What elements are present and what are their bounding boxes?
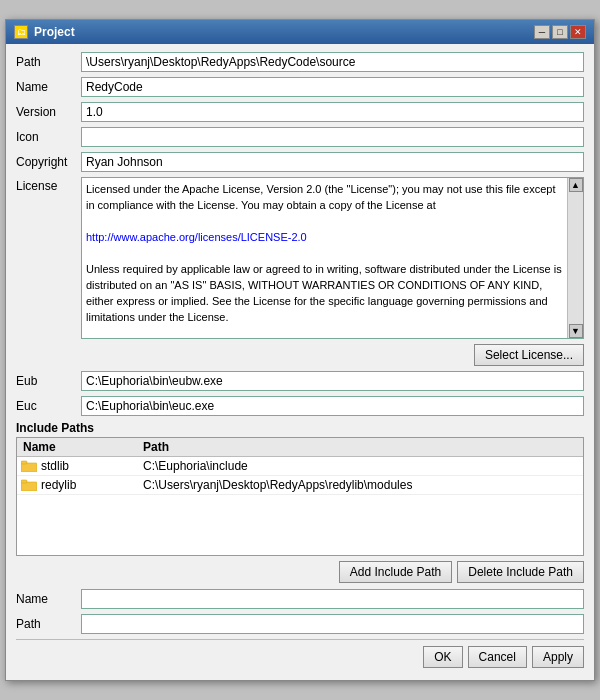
apply-button[interactable]: Apply <box>532 646 584 668</box>
svg-rect-1 <box>21 461 27 464</box>
path-value-1: C:\Euphoria\include <box>139 459 583 473</box>
bottom-path-label: Path <box>16 617 81 631</box>
path-label: Path <box>16 55 81 69</box>
include-paths-table: Name Path stdlib C:\Euphoria\include <box>16 437 584 556</box>
license-scrollbar[interactable]: ▲ ▼ <box>567 178 583 338</box>
dialog-buttons-row: OK Cancel Apply <box>16 639 584 672</box>
include-paths-title: Include Paths <box>16 421 584 435</box>
version-label: Version <box>16 105 81 119</box>
path-name-1: stdlib <box>39 459 139 473</box>
path-name-2: redylib <box>39 478 139 492</box>
window-icon: 🗂 <box>14 25 28 39</box>
license-area: License Licensed under the Apache Licens… <box>16 177 584 339</box>
minimize-button[interactable]: ─ <box>534 25 550 39</box>
license-label: License <box>16 177 81 339</box>
close-button[interactable]: ✕ <box>570 25 586 39</box>
table-row[interactable]: stdlib C:\Euphoria\include <box>17 457 583 476</box>
path-row: Path <box>16 52 584 72</box>
window-title: Project <box>34 25 75 39</box>
license-text-2: Unless required by applicable law or agr… <box>86 263 562 323</box>
euc-row: Euc <box>16 396 584 416</box>
eub-label: Eub <box>16 374 81 388</box>
copyright-row: Copyright <box>16 152 584 172</box>
bottom-path-input[interactable] <box>81 614 584 634</box>
path-input[interactable] <box>81 52 584 72</box>
icon-label: Icon <box>16 130 81 144</box>
version-input[interactable] <box>81 102 584 122</box>
add-include-path-button[interactable]: Add Include Path <box>339 561 452 583</box>
title-bar-left: 🗂 Project <box>14 25 75 39</box>
euc-label: Euc <box>16 399 81 413</box>
copyright-label: Copyright <box>16 155 81 169</box>
eub-row: Eub <box>16 371 584 391</box>
delete-include-path-button[interactable]: Delete Include Path <box>457 561 584 583</box>
copyright-input[interactable] <box>81 152 584 172</box>
euc-input[interactable] <box>81 396 584 416</box>
icon-row: Icon <box>16 127 584 147</box>
bottom-path-row: Path <box>16 614 584 634</box>
folder-icon <box>21 460 37 472</box>
maximize-button[interactable]: □ <box>552 25 568 39</box>
folder-icon <box>21 479 37 491</box>
title-bar: 🗂 Project ─ □ ✕ <box>6 20 594 44</box>
content-area: Path Name Version Icon Copyright License <box>6 44 594 680</box>
svg-rect-3 <box>21 480 27 483</box>
name-input[interactable] <box>81 77 584 97</box>
version-row: Version <box>16 102 584 122</box>
select-license-row: Select License... <box>16 344 584 366</box>
icon-input[interactable] <box>81 127 584 147</box>
table-row[interactable]: redylib C:\Users\ryanj\Desktop\RedyApps\… <box>17 476 583 495</box>
project-window: 🗂 Project ─ □ ✕ Path Name Version Icon <box>5 19 595 681</box>
license-text: Licensed under the Apache License, Versi… <box>82 178 567 338</box>
include-paths-empty-space <box>17 495 583 555</box>
license-url: http://www.apache.org/licenses/LICENSE-2… <box>86 231 307 243</box>
include-paths-header: Name Path <box>17 438 583 457</box>
include-path-buttons-row: Add Include Path Delete Include Path <box>16 561 584 583</box>
path-value-2: C:\Users\ryanj\Desktop\RedyApps\redylib\… <box>139 478 583 492</box>
col-path-header: Path <box>137 440 583 454</box>
col-name-header: Name <box>17 440 137 454</box>
name-label: Name <box>16 80 81 94</box>
eub-input[interactable] <box>81 371 584 391</box>
include-paths-container: Include Paths Name Path stdlib C:\Euphor… <box>16 421 584 556</box>
bottom-name-input[interactable] <box>81 589 584 609</box>
svg-rect-2 <box>21 482 37 491</box>
license-wrapper: Licensed under the Apache License, Versi… <box>81 177 584 339</box>
bottom-name-label: Name <box>16 592 81 606</box>
select-license-button[interactable]: Select License... <box>474 344 584 366</box>
cancel-button[interactable]: Cancel <box>468 646 527 668</box>
title-buttons: ─ □ ✕ <box>534 25 586 39</box>
name-row: Name <box>16 77 584 97</box>
license-text-1: Licensed under the Apache License, Versi… <box>86 183 555 211</box>
ok-button[interactable]: OK <box>423 646 462 668</box>
scrollbar-down-arrow[interactable]: ▼ <box>569 324 583 338</box>
scrollbar-up-arrow[interactable]: ▲ <box>569 178 583 192</box>
svg-rect-0 <box>21 463 37 472</box>
bottom-name-row: Name <box>16 589 584 609</box>
